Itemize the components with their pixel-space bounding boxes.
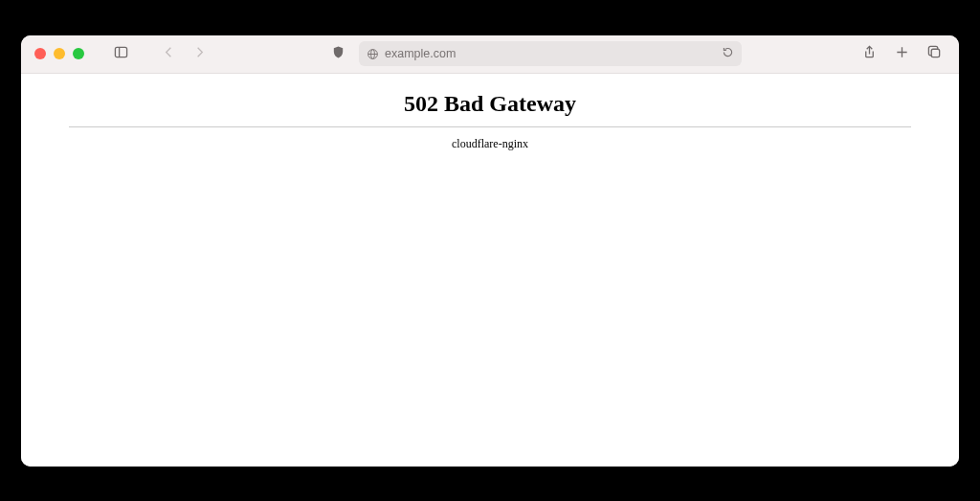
address-bar[interactable]: example.com [359, 41, 742, 66]
new-tab-button[interactable] [890, 42, 913, 65]
fullscreen-window-button[interactable] [73, 48, 84, 59]
horizontal-rule [69, 126, 911, 127]
address-bar-url: example.com [385, 47, 716, 60]
minimize-window-button[interactable] [54, 48, 65, 59]
tab-overview-button[interactable] [923, 42, 946, 65]
back-button[interactable] [157, 42, 180, 65]
browser-window: example.com [21, 35, 959, 467]
forward-button[interactable] [188, 42, 211, 65]
website-settings-icon [367, 48, 379, 60]
toolbar-right-group [858, 42, 946, 65]
browser-toolbar: example.com [21, 35, 959, 74]
privacy-report-button[interactable] [326, 42, 349, 65]
sidebar-icon [114, 45, 128, 63]
sidebar-toggle-button[interactable] [109, 42, 132, 65]
error-heading: 502 Bad Gateway [69, 91, 911, 117]
reload-icon [722, 48, 734, 61]
plus-icon [895, 45, 909, 63]
share-icon [862, 45, 877, 63]
svg-rect-0 [115, 47, 126, 57]
reload-button[interactable] [722, 46, 734, 61]
chevron-left-icon [162, 45, 176, 63]
share-button[interactable] [858, 42, 880, 65]
shield-icon [331, 45, 345, 63]
close-window-button[interactable] [34, 48, 46, 59]
svg-rect-7 [931, 49, 939, 57]
server-identifier: cloudflare-nginx [69, 137, 911, 151]
tabs-icon [927, 45, 942, 63]
chevron-right-icon [192, 45, 207, 63]
window-controls [34, 48, 84, 59]
page-content: 502 Bad Gateway cloudflare-nginx [21, 74, 959, 467]
